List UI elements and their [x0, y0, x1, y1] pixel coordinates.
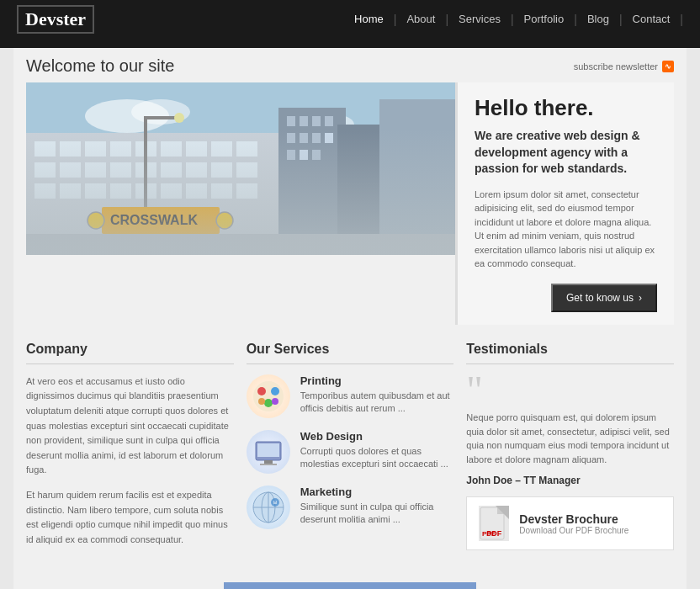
marketing-icon: [247, 486, 290, 529]
svg-point-60: [272, 398, 278, 405]
svg-point-50: [174, 113, 184, 123]
service-marketing-text: Marketing Similique sunt in culpa qui of…: [300, 486, 454, 527]
svg-rect-47: [26, 234, 455, 255]
service-printing: Printing Temporibus autem quibusdam et a…: [247, 374, 454, 418]
svg-rect-48: [144, 116, 147, 234]
svg-rect-32: [110, 162, 131, 178]
svg-rect-62: [257, 443, 279, 457]
pdf-icon: PDF: [479, 506, 509, 541]
watermark: 博客吧www.Boke8.Net: [224, 582, 476, 589]
logo[interactable]: Devster: [17, 5, 94, 34]
svg-point-58: [264, 399, 273, 407]
service-marketing-desc: Similique sunt in culpa qui officia dese…: [300, 501, 454, 527]
hero-body: Lorem ipsum dolor sit amet, consectetur …: [475, 188, 657, 271]
get-to-know-button[interactable]: Get to know us ›: [551, 284, 657, 312]
nav-home[interactable]: Home: [344, 13, 394, 25]
hero-section: CROSSWALK Hello there. We are creative w…: [26, 82, 674, 325]
svg-text:CROSSWALK: CROSSWALK: [110, 213, 198, 227]
quote-mark: ": [466, 374, 674, 406]
nav-blog[interactable]: Blog: [577, 13, 619, 25]
svg-rect-34: [161, 162, 182, 178]
svg-rect-15: [325, 133, 333, 143]
services-column: Our Services Printing Temporibus autem: [247, 342, 454, 558]
service-marketing: Marketing Similique sunt in culpa qui of…: [247, 486, 454, 529]
rss-icon[interactable]: ∿: [662, 61, 674, 72]
svg-point-54: [216, 212, 233, 229]
svg-rect-23: [110, 141, 131, 157]
testimonials-column: Testimonials " Neque porro quisquam est,…: [466, 342, 674, 558]
svg-rect-42: [135, 183, 156, 199]
brochure-box[interactable]: PDF Devster Brochure Download Our PDF Br…: [466, 496, 674, 550]
svg-rect-49: [144, 116, 178, 119]
svg-rect-24: [135, 141, 156, 157]
nav-services[interactable]: Services: [448, 13, 511, 25]
svg-rect-31: [85, 162, 106, 178]
nav: Home | About | Services | Portfolio | Bl…: [344, 13, 683, 26]
company-para1: At vero eos et accusamus et iusto odio d…: [26, 374, 234, 478]
svg-rect-9: [300, 116, 308, 126]
svg-rect-28: [236, 141, 257, 157]
svg-rect-22: [85, 141, 106, 157]
svg-point-59: [258, 398, 265, 405]
svg-rect-51: [102, 207, 220, 234]
svg-rect-10: [312, 116, 321, 126]
brochure-info: Devster Brochure Download Our PDF Brochu…: [519, 512, 628, 535]
svg-point-57: [271, 387, 279, 395]
service-webdesign: Web Design Corrupti quos dolores et quas…: [247, 430, 454, 474]
svg-rect-20: [34, 141, 56, 157]
svg-rect-5: [278, 108, 346, 255]
nav-contact[interactable]: Contact: [623, 13, 681, 25]
svg-rect-64: [260, 464, 277, 465]
svg-rect-13: [300, 133, 308, 143]
svg-rect-40: [85, 183, 106, 199]
svg-rect-63: [264, 460, 273, 464]
columns: Company At vero eos et accusamus et iust…: [26, 342, 674, 558]
cta-label: Get to know us: [566, 292, 634, 304]
svg-rect-35: [186, 162, 207, 178]
main-wrapper: Welcome to our site subscribe newsletter…: [13, 48, 687, 589]
svg-rect-46: [236, 183, 257, 199]
nav-portfolio[interactable]: Portfolio: [514, 13, 575, 25]
hero-illustration: CROSSWALK: [26, 82, 455, 255]
svg-rect-30: [60, 162, 81, 178]
svg-rect-27: [211, 141, 232, 157]
nav-sep-6: |: [680, 13, 683, 26]
svg-rect-17: [300, 150, 308, 160]
testimonial-quote: Neque porro quisquam est, qui dolorem ip…: [466, 411, 674, 466]
hero-text: Hello there. We are creative web design …: [455, 82, 674, 325]
services-title: Our Services: [247, 342, 454, 364]
hero-subheading: We are creative web design & development…: [475, 128, 657, 178]
service-webdesign-text: Web Design Corrupti quos dolores et quas…: [300, 430, 454, 471]
webdesign-icon: [247, 430, 290, 474]
service-printing-desc: Temporibus autem quibusdam et aut offici…: [300, 390, 454, 416]
svg-rect-21: [60, 141, 81, 157]
welcome-bar: Welcome to our site subscribe newsletter…: [13, 48, 687, 82]
header: Devster Home | About | Services | Portfo…: [0, 0, 700, 38]
hero-image: CROSSWALK: [26, 82, 455, 255]
company-column: Company At vero eos et accusamus et iust…: [26, 342, 234, 558]
company-para2: Et harum quidem rerum facilis est et exp…: [26, 488, 234, 547]
svg-rect-25: [161, 141, 182, 157]
svg-rect-43: [161, 183, 182, 199]
svg-rect-19: [26, 133, 278, 255]
svg-rect-12: [287, 133, 295, 143]
svg-text:PDF: PDF: [482, 530, 496, 538]
svg-rect-39: [60, 183, 81, 199]
svg-rect-18: [312, 150, 321, 160]
svg-rect-41: [110, 183, 131, 199]
service-printing-text: Printing Temporibus autem quibusdam et a…: [300, 374, 454, 416]
nav-about[interactable]: About: [396, 13, 445, 25]
testimonial-author: John Doe – TT Manager: [466, 475, 674, 486]
cta-arrow: ›: [639, 292, 642, 304]
subscribe-area[interactable]: subscribe newsletter ∿: [574, 61, 674, 72]
service-marketing-title: Marketing: [300, 486, 454, 498]
svg-point-53: [88, 212, 104, 229]
svg-rect-38: [34, 183, 56, 199]
svg-rect-45: [211, 183, 232, 199]
svg-rect-26: [186, 141, 207, 157]
svg-rect-36: [211, 162, 232, 178]
svg-rect-11: [325, 116, 333, 126]
subscribe-label: subscribe newsletter: [574, 61, 658, 72]
svg-rect-44: [186, 183, 207, 199]
svg-rect-72: [497, 507, 504, 514]
